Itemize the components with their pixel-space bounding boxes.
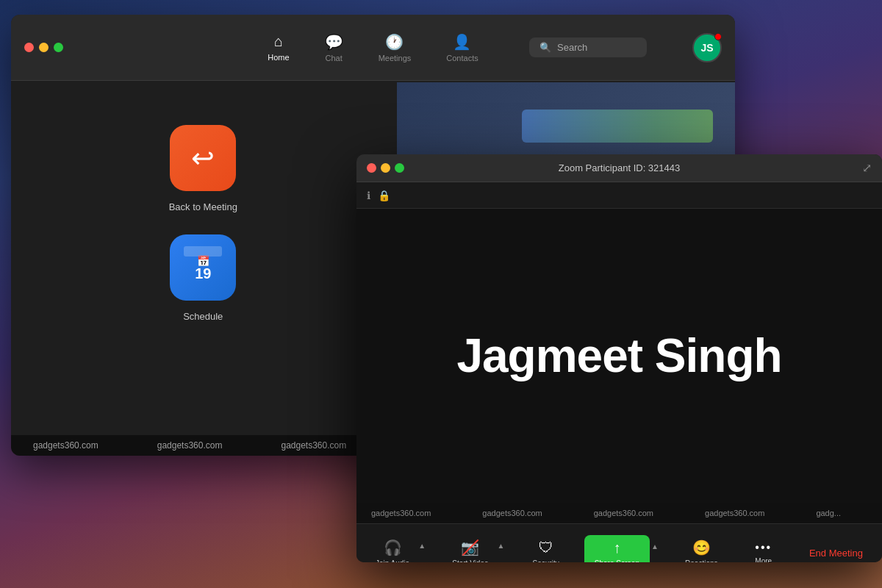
m-watermark-3: gadgets360.com (594, 509, 653, 517)
calendar-date: 19 (195, 265, 211, 282)
more-icon: ••• (755, 541, 772, 554)
contacts-icon: 👤 (453, 33, 471, 51)
avatar-initials: JS (700, 42, 713, 54)
start-video-button[interactable]: 📷 Start Video (445, 534, 495, 562)
schedule-label: Schedule (183, 311, 223, 322)
maximize-button[interactable] (54, 43, 63, 52)
share-screen-chevron[interactable]: ▲ (648, 542, 662, 551)
fullscreen-button[interactable]: ⤢ (862, 161, 872, 175)
close-button[interactable] (24, 43, 34, 52)
reactions-button[interactable]: 😊 Reactions (678, 534, 725, 562)
back-to-meeting-button[interactable]: ↩ (170, 125, 236, 191)
more-label: More (755, 557, 772, 562)
meeting-title: Zoom Participant ID: 321443 (559, 162, 680, 173)
m-watermark-2: gadgets360.com (482, 509, 542, 517)
tab-chat[interactable]: 💬 Chat (307, 27, 361, 68)
chat-icon: 💬 (325, 33, 343, 51)
reactions-icon: 😊 (692, 539, 711, 556)
meeting-watermark-bar: gadgets360.com gadgets360.com gadgets360… (356, 503, 882, 523)
meeting-watermark-text: gadgets360.com gadgets360.com gadgets360… (356, 509, 856, 517)
video-preview-bar (522, 110, 713, 143)
search-placeholder: Search (557, 42, 587, 53)
share-screen-meeting-icon: ↑ (613, 539, 620, 556)
home-icon: ⌂ (274, 33, 283, 50)
meeting-info-bar: ℹ 🔒 (356, 182, 882, 209)
lock-icon: 🔒 (378, 190, 390, 201)
avatar-notification-badge (714, 33, 722, 40)
join-audio-label: Join Audio (376, 559, 409, 562)
end-meeting-button[interactable]: End Meeting (802, 543, 870, 562)
join-audio-group: 🎧 Join Audio ▲ (368, 534, 429, 562)
shield-icon: 🛡 (539, 539, 553, 556)
back-arrow-icon: ↩ (191, 142, 215, 174)
more-group: ••• More (742, 537, 786, 562)
reactions-label: Reactions (685, 559, 717, 562)
back-to-meeting-item[interactable]: ↩ Back to Meeting (55, 125, 351, 212)
meeting-close-button[interactable] (367, 163, 376, 173)
search-icon: 🔍 (539, 42, 551, 53)
meetings-icon: 🕐 (385, 33, 404, 51)
participant-name: Jagmeet Singh (456, 329, 781, 383)
watermark-1: gadgets360.com (33, 440, 98, 451)
minimize-button[interactable] (39, 43, 49, 52)
start-video-group: 📷 Start Video ▲ (445, 534, 507, 562)
m-watermark-5: gadg... (816, 509, 841, 517)
info-icon: ℹ (367, 190, 370, 201)
watermark-3: gadgets360.com (281, 440, 346, 451)
security-button[interactable]: 🛡 Security (524, 535, 568, 563)
zoom-main-titlebar: ⌂ Home 💬 Chat 🕐 Meetings 👤 Contacts 🔍 Se… (11, 15, 735, 81)
avatar[interactable]: JS (692, 33, 722, 62)
traffic-lights (11, 43, 63, 52)
share-screen-group: ↑ Share Screen ▲ (584, 535, 662, 563)
tab-home-label: Home (268, 53, 289, 62)
tab-meetings-label: Meetings (379, 54, 412, 62)
more-button[interactable]: ••• More (742, 537, 786, 562)
share-screen-meeting-button[interactable]: ↑ Share Screen (584, 535, 650, 563)
start-video-label: Start Video (452, 559, 488, 562)
share-screen-meeting-label: Share Screen (595, 559, 639, 563)
reactions-group: 😊 Reactions (678, 534, 725, 562)
start-video-chevron[interactable]: ▲ (495, 542, 508, 550)
meeting-traffic-lights (356, 163, 404, 173)
schedule-item[interactable]: 📅 19 Schedule (55, 234, 351, 322)
join-audio-button[interactable]: 🎧 Join Audio (368, 534, 417, 562)
meeting-titlebar: Zoom Participant ID: 321443 ⤢ (356, 154, 882, 182)
meeting-minimize-button[interactable] (381, 163, 390, 173)
tab-contacts-label: Contacts (446, 54, 478, 62)
meeting-video-area: Jagmeet Singh (356, 209, 882, 503)
tab-meetings[interactable]: 🕐 Meetings (361, 27, 429, 68)
zoom-meeting-window: Zoom Participant ID: 321443 ⤢ ℹ 🔒 Jagmee… (356, 154, 882, 562)
watermark-2: gadgets360.com (157, 440, 223, 451)
meeting-maximize-button[interactable] (395, 163, 404, 173)
security-group: 🛡 Security (524, 535, 568, 563)
tab-home[interactable]: ⌂ Home (250, 27, 306, 68)
camera-slash-icon: 📷 (461, 539, 479, 556)
back-to-meeting-label: Back to Meeting (169, 201, 237, 212)
join-audio-chevron[interactable]: ▲ (415, 542, 429, 550)
tab-chat-label: Chat (326, 54, 343, 62)
m-watermark-4: gadgets360.com (705, 509, 764, 517)
schedule-button[interactable]: 📅 19 (170, 234, 236, 301)
meeting-toolbar: 🎧 Join Audio ▲ 📷 Start Video ▲ 🛡 Securit… (356, 523, 882, 562)
headphone-icon: 🎧 (384, 539, 402, 556)
m-watermark-1: gadgets360.com (371, 509, 431, 517)
security-label: Security (533, 559, 559, 563)
search-bar[interactable]: 🔍 Search (529, 37, 647, 57)
tab-contacts[interactable]: 👤 Contacts (429, 27, 495, 68)
